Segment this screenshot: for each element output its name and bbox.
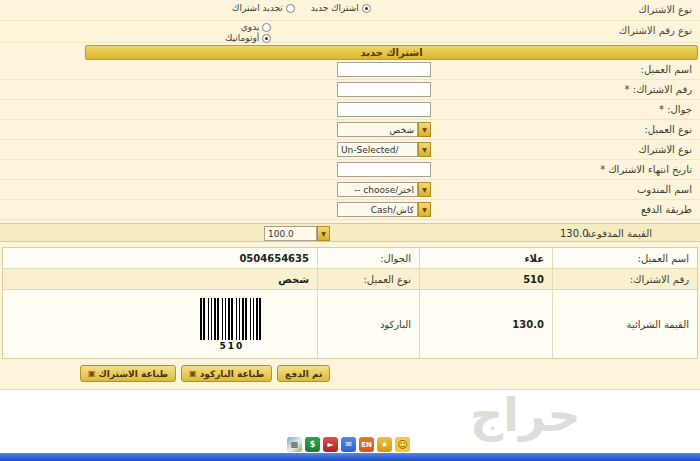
subscription-type-options: اشتراك جديد تجديد اشتراك [232,3,371,13]
summary-customer-name-label: اسم العميل: [552,248,697,269]
paid-amount-label: القيمة المدفوعة [586,228,652,239]
subscription-form-area: نوع الاشتراك اشتراك جديد تجديد اشتراك نو… [0,0,700,390]
total-value: 130.0 [560,228,589,239]
summary-mobile-value: 0504654635 [3,248,317,269]
subscription-number-row: رقم الاشتراك: * [0,80,700,100]
barcode-image [200,298,264,340]
app-screen: نوع الاشتراك اشتراك جديد تجديد اشتراك نو… [0,0,700,461]
radio-icon[interactable] [362,4,371,13]
star-icon[interactable]: ★ [377,437,392,452]
payment-done-button[interactable]: تم الدفع [277,365,330,382]
summary-price-label: القيمة الشرائية [552,290,697,358]
expiry-date-label: تاريخ انتهاء الاشتراك * [600,164,692,175]
subscription-kind-select[interactable] [337,142,418,157]
chevron-down-icon[interactable]: ▼ [418,202,431,217]
action-buttons-row: ▣ طباعة الاشتراك ▣ طباعة الباركود تم الد… [0,365,700,382]
print-icon: ▣ [88,369,96,378]
summary-customer-type-value: شخص [3,269,317,290]
summary-price-value: 130.0 [419,290,552,358]
summary-mobile-label: الجوال: [317,248,419,269]
photo-icon[interactable]: ▦ [287,437,302,452]
print-subscription-label: طباعة الاشتراك [99,369,169,379]
expiry-date-row: تاريخ انتهاء الاشتراك * [0,160,700,180]
option-label: أوتوماتيك [225,33,259,43]
radio-icon[interactable] [262,34,271,43]
subscription-type-row: نوع الاشتراك اشتراك جديد تجديد اشتراك [0,0,700,21]
media-icon[interactable]: ► [323,437,338,452]
mobile-input[interactable] [337,102,431,117]
customer-type-select[interactable] [337,122,418,137]
taskbar-tray-icons: ▦ $ ► ✉ EN ★ ☺ [287,437,410,452]
customer-type-label: نوع العميل: [645,124,693,135]
option-new-subscription[interactable]: اشتراك جديد [311,3,371,13]
radio-icon[interactable] [262,23,271,32]
customer-name-input[interactable] [337,62,431,77]
paid-amount-input[interactable] [264,226,317,241]
payment-method-row: طريقة الدفع ▼ [0,200,700,220]
payment-method-label: طريقة الدفع [641,204,692,215]
agent-select[interactable] [337,182,418,197]
subscription-type-label: نوع الاشتراك [638,4,692,15]
number-type-row: نوع رقم الاشتراك يدوي أوتوماتيك [0,21,700,43]
summary-customer-type-label: نوع العميل: [317,269,419,290]
summary-subscription-number-value: 510 [419,269,552,290]
barcode-number: 510 [200,341,264,351]
customer-type-row: نوع العميل: ▼ [0,120,700,140]
payment-method-select[interactable] [337,202,418,217]
print-barcode-button[interactable]: ▣ طباعة الباركود [181,365,272,382]
print-icon: ▣ [189,369,197,378]
option-manual-number[interactable]: يدوي [241,22,272,32]
number-type-label: نوع رقم الاشتراك [619,25,692,36]
summary-barcode-cell: 510 [3,290,317,358]
payment-done-label: تم الدفع [285,369,322,379]
taskbar[interactable] [0,453,700,461]
expiry-date-input[interactable] [337,162,431,177]
customer-name-label: اسم العميل: [641,64,692,75]
paid-amount-row: القيمة المدفوعة ▼ 130.0 [0,223,700,242]
subscription-kind-label: نوع الاشتراك [638,144,692,155]
smiley-icon[interactable]: ☺ [395,437,410,452]
agent-label: اسم المندوب [637,184,692,195]
option-automatic-number[interactable]: أوتوماتيك [225,33,271,43]
number-type-options: يدوي أوتوماتيك [225,22,271,43]
option-label: تجديد اشتراك [232,3,283,13]
dollar-icon[interactable]: $ [305,437,320,452]
option-label: يدوي [241,22,260,32]
chevron-down-icon[interactable]: ▼ [418,122,431,137]
subscription-number-label: رقم الاشتراك: * [625,84,692,95]
print-barcode-label: طباعة الباركود [200,369,264,379]
mobile-label: جوال: * [659,104,692,115]
summary-barcode-label: الباركود [317,290,419,358]
customer-name-row: اسم العميل: [0,60,700,80]
section-title: اشتراك جديد [85,45,698,60]
mobile-row: جوال: * [0,100,700,120]
option-renew-subscription[interactable]: تجديد اشتراك [232,3,295,13]
language-en-icon[interactable]: EN [359,437,374,452]
chevron-down-icon[interactable]: ▼ [418,182,431,197]
subscription-number-input[interactable] [337,82,431,97]
radio-icon[interactable] [286,4,295,13]
print-subscription-button[interactable]: ▣ طباعة الاشتراك [80,365,176,382]
summary-customer-name-value: علاء [419,248,552,269]
summary-subscription-number-label: رقم الاشتراك: [552,269,697,290]
chevron-down-icon[interactable]: ▼ [317,226,330,241]
option-label: اشتراك جديد [311,3,359,13]
mail-icon[interactable]: ✉ [341,437,356,452]
subscription-kind-row: نوع الاشتراك ▼ [0,140,700,160]
chevron-down-icon[interactable]: ▼ [418,142,431,157]
summary-table: اسم العميل: علاء الجوال: 0504654635 رقم … [2,247,698,359]
barcode-wrap: 510 [200,298,264,351]
agent-row: اسم المندوب ▼ [0,180,700,200]
watermark-haraj: حراج [470,392,581,438]
